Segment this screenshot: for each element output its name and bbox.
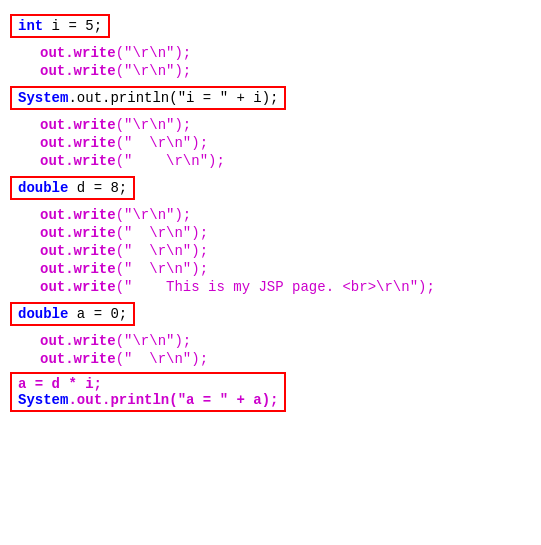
- code-line: out.write(" \r\n");: [10, 350, 531, 368]
- code-line: out.write("\r\n");: [10, 44, 531, 62]
- code-container: int i = 5; out.write("\r\n"); out.write(…: [10, 10, 531, 412]
- boxed-block-3: System.out.println("i = " + i);: [10, 86, 286, 110]
- boxed-block-7: double a = 0;: [10, 302, 135, 326]
- method-call: out.write: [40, 225, 116, 241]
- method-call: out.write: [40, 135, 116, 151]
- section-5: double d = 8;: [10, 172, 531, 204]
- method-call: out.write: [40, 279, 116, 295]
- code-line: out.write(" index page\r\n");: [10, 152, 531, 170]
- string-literal: ("\r\n");: [116, 207, 192, 223]
- method-call: out.write: [40, 117, 116, 133]
- method-call: out.write: [40, 261, 116, 277]
- code-line: out.write(" \r\n");: [10, 242, 531, 260]
- code-line: out.write(" \r\n");: [10, 260, 531, 278]
- string-literal: (" \r\n");: [116, 261, 208, 277]
- string-literal: (" \r\n");: [116, 243, 208, 259]
- string-literal: (" \r\n");: [116, 351, 208, 367]
- string-literal: ("\r\n");: [116, 333, 192, 349]
- code-text: d = 8;: [68, 180, 127, 196]
- code-text: i = 5;: [43, 18, 102, 34]
- method-call: out.write: [40, 63, 116, 79]
- keyword-double: double: [18, 180, 68, 196]
- section-2: out.write("\r\n"); out.write("\r\n");: [10, 44, 531, 80]
- keyword-int: int: [18, 18, 43, 34]
- method-call: out.write: [40, 243, 116, 259]
- method-call: out.write: [40, 351, 116, 367]
- section-9: a = d * i; System.out.println("a = " + a…: [10, 372, 531, 412]
- method-call: out.write: [40, 153, 116, 169]
- string-literal: ("\r\n");: [116, 45, 192, 61]
- code-text: a = 0;: [68, 306, 127, 322]
- code-line: out.write("\r\n");: [10, 206, 531, 224]
- code-line: out.write(" \r\n");: [10, 134, 531, 152]
- keyword-system: System: [18, 90, 68, 106]
- code-line-println: System.out.println("a = " + a);: [18, 392, 278, 408]
- boxed-block-5: double d = 8;: [10, 176, 135, 200]
- section-4: out.write("\r\n"); out.write(" \r\n"); o…: [10, 116, 531, 170]
- code-line: out.write("\r\n");: [10, 62, 531, 80]
- string-literal: ("\r\n");: [116, 63, 192, 79]
- assignment-code: a = d * i;: [18, 376, 102, 392]
- keyword-double-a: double: [18, 306, 68, 322]
- boxed-block-1: int i = 5;: [10, 14, 110, 38]
- section-6: out.write("\r\n"); out.write(" \r\n"); o…: [10, 206, 531, 296]
- method-call: out.write: [40, 207, 116, 223]
- code-line: out.write("\r\n");: [10, 332, 531, 350]
- keyword-system-2: System: [18, 392, 68, 408]
- string-literal: ("\r\n");: [116, 117, 192, 133]
- code-line: out.write(" \r\n");: [10, 224, 531, 242]
- code-line-assign: a = d * i;: [18, 376, 278, 392]
- string-literal: (" index page\r\n");: [116, 153, 225, 169]
- string-literal: (" \r\n");: [116, 135, 208, 151]
- section-1: int i = 5;: [10, 10, 531, 42]
- method-call: out.write: [40, 45, 116, 61]
- string-literal: (" \r\n");: [116, 225, 208, 241]
- section-3: System.out.println("i = " + i);: [10, 82, 531, 114]
- code-line: out.write("\r\n");: [10, 116, 531, 134]
- code-line: out.write(" This is my JSP page. <br>\r\…: [10, 278, 531, 296]
- section-8: out.write("\r\n"); out.write(" \r\n");: [10, 332, 531, 368]
- string-literal: (" This is my JSP page. <br>\r\n");: [116, 279, 435, 295]
- method-call: out.write: [40, 333, 116, 349]
- println-code: .out.println("a = " + a);: [68, 392, 278, 408]
- boxed-block-9: a = d * i; System.out.println("a = " + a…: [10, 372, 286, 412]
- section-7: double a = 0;: [10, 298, 531, 330]
- code-text: .out.println("i = " + i);: [68, 90, 278, 106]
